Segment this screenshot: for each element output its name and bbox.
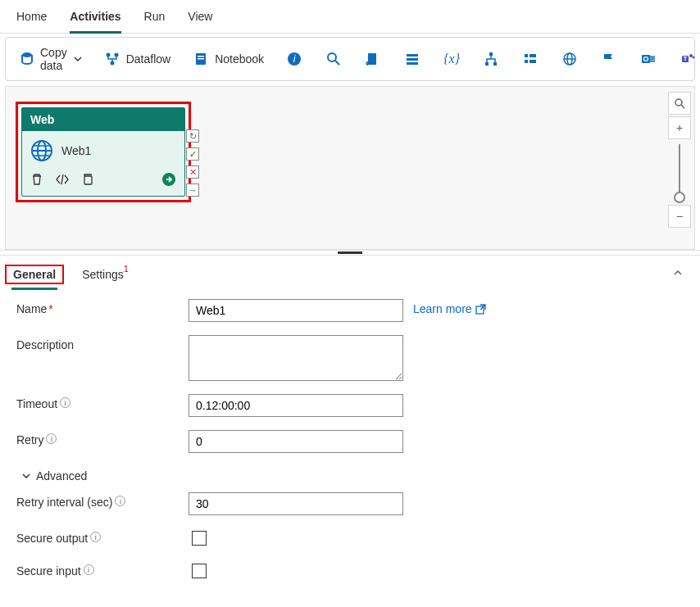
svg-rect-21	[530, 60, 536, 63]
svg-point-2	[114, 53, 118, 57]
svg-text:i: i	[293, 53, 296, 65]
delete-icon[interactable]	[30, 173, 43, 188]
svg-point-3	[110, 61, 114, 66]
svg-point-30	[689, 54, 693, 57]
main-menu: Home Activities Run View	[0, 0, 700, 34]
info-icon: i	[285, 50, 303, 68]
copy-data-icon	[19, 50, 35, 68]
secure-input-checkbox[interactable]	[192, 564, 207, 578]
pipeline-canvas[interactable]: Web Web1 ↻ ✓ ✕ → +	[5, 86, 695, 250]
name-label: Name*	[16, 299, 189, 315]
zoom-in-button[interactable]: +	[668, 116, 691, 139]
toolbar: Copy data Dataflow Notebook i {x} O T	[5, 37, 695, 81]
activity-type-label: Web	[22, 108, 184, 131]
script-icon	[364, 50, 382, 68]
annotation-footnote: 1	[124, 264, 129, 274]
name-input[interactable]	[189, 299, 403, 322]
secure-output-checkbox[interactable]	[192, 531, 207, 546]
list-button[interactable]	[398, 47, 426, 71]
svg-rect-14	[407, 62, 418, 65]
code-icon[interactable]	[55, 173, 70, 188]
dataflow-icon	[103, 50, 121, 68]
info-icon[interactable]: i	[115, 496, 125, 506]
web-activity-node[interactable]: Web Web1 ↻ ✓ ✕ →	[21, 107, 185, 197]
svg-rect-13	[407, 58, 418, 61]
retry-interval-input[interactable]	[189, 492, 403, 515]
copy-data-label: Copy data	[40, 46, 69, 72]
flag-button[interactable]	[595, 47, 623, 71]
svg-line-40	[681, 105, 684, 108]
skip-connector-icon[interactable]: →	[186, 183, 199, 197]
run-icon[interactable]	[161, 172, 176, 189]
collapse-pane-button[interactable]	[667, 262, 689, 286]
teams-icon: T	[679, 50, 697, 68]
description-input[interactable]	[189, 335, 403, 381]
branch-button[interactable]	[477, 47, 505, 71]
learn-more-link[interactable]: Learn more	[413, 299, 486, 315]
external-link-icon	[475, 304, 486, 315]
menu-tab-view[interactable]: View	[188, 7, 212, 33]
notebook-icon	[192, 50, 210, 68]
chevron-down-icon	[74, 52, 82, 66]
info-icon[interactable]: i	[46, 433, 57, 444]
globe-button[interactable]	[556, 47, 584, 71]
description-label: Description	[16, 335, 189, 351]
retry-interval-label: Retry interval (sec)i	[16, 492, 189, 509]
advanced-toggle[interactable]: Advanced	[16, 466, 684, 492]
search-button[interactable]	[320, 47, 348, 71]
fail-connector-icon[interactable]: ✕	[186, 165, 199, 179]
retry-label: Retryi	[16, 430, 189, 446]
svg-rect-19	[530, 54, 536, 57]
teams-button[interactable]: T	[674, 47, 700, 71]
svg-rect-18	[525, 54, 528, 57]
notebook-button[interactable]: Notebook	[187, 47, 269, 71]
svg-rect-6	[198, 58, 204, 60]
svg-line-10	[335, 61, 339, 65]
list-icon	[403, 50, 421, 68]
menu-tab-run[interactable]: Run	[144, 7, 166, 33]
globe-icon	[561, 50, 579, 68]
timeout-input[interactable]	[189, 394, 403, 417]
svg-rect-27	[650, 56, 655, 62]
svg-rect-5	[198, 56, 204, 57]
refresh-connector-icon[interactable]: ↻	[186, 129, 199, 143]
variable-button[interactable]: {x}	[438, 47, 466, 71]
form-icon	[521, 50, 539, 68]
form-button[interactable]	[516, 47, 544, 71]
dataflow-button[interactable]: Dataflow	[98, 47, 175, 71]
script-button[interactable]	[359, 47, 387, 71]
tab-general[interactable]: General	[11, 263, 57, 290]
zoom-out-button[interactable]: −	[668, 205, 691, 228]
search-icon	[325, 50, 343, 68]
clone-icon[interactable]	[81, 173, 94, 188]
menu-tab-home[interactable]: Home	[16, 7, 47, 33]
svg-rect-15	[489, 52, 493, 56]
info-icon[interactable]: i	[90, 532, 101, 542]
timeout-label: Timeouti	[16, 394, 189, 410]
fit-to-screen-button[interactable]	[668, 92, 691, 115]
properties-pane: General Settings1 Name* Learn more Descr…	[0, 255, 700, 607]
copy-data-button[interactable]: Copy data	[14, 43, 87, 75]
svg-point-31	[693, 57, 695, 59]
svg-rect-12	[407, 54, 418, 57]
secure-input-label: Secure inputi	[16, 561, 189, 578]
chevron-down-icon	[21, 471, 31, 481]
svg-text:T: T	[684, 55, 688, 62]
variable-icon: {x}	[443, 50, 461, 68]
svg-point-0	[22, 52, 32, 57]
menu-tab-activities[interactable]: Activities	[70, 7, 120, 34]
info-icon[interactable]: i	[84, 564, 94, 575]
notebook-label: Notebook	[215, 52, 264, 66]
outlook-icon: O	[639, 50, 657, 68]
outlook-button[interactable]: O	[634, 47, 662, 71]
info-icon[interactable]: i	[60, 397, 70, 408]
retry-input[interactable]	[189, 430, 403, 453]
zoom-controls: + −	[668, 92, 691, 229]
svg-point-39	[675, 99, 682, 106]
zoom-slider[interactable]	[679, 144, 680, 202]
flag-icon	[600, 50, 618, 68]
tab-settings[interactable]: Settings	[80, 263, 125, 288]
success-connector-icon[interactable]: ✓	[186, 147, 199, 161]
info-button[interactable]: i	[280, 47, 308, 71]
activity-name-label: Web1	[61, 144, 91, 157]
